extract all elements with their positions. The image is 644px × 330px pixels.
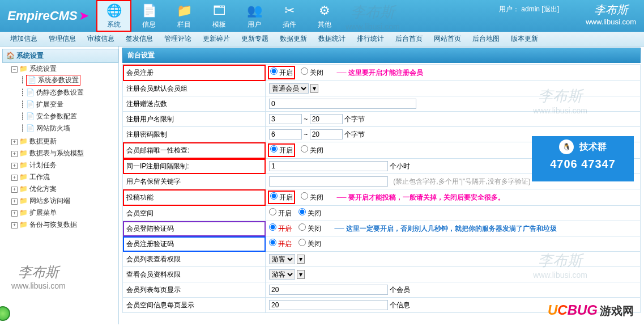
logo-text: EmpireCMS	[7, 9, 77, 23]
text-input[interactable]	[269, 300, 388, 310]
text-input[interactable]	[269, 285, 388, 295]
radio-on[interactable]: 开启	[269, 209, 292, 217]
select[interactable]: 游客	[269, 254, 295, 264]
subnav-数据统计[interactable]: 数据统计	[318, 34, 346, 44]
row-label: 会员注册验证码	[123, 236, 266, 252]
radio-off[interactable]: 关闭	[301, 146, 323, 154]
text-input[interactable]	[269, 99, 416, 109]
subnav-增加信息[interactable]: 增加信息	[10, 34, 37, 44]
subnav-更新碎片[interactable]: 更新碎片	[203, 34, 230, 44]
subnav-版本更新[interactable]: 版本更新	[511, 34, 538, 44]
user-area: 用户： admin [退出]	[499, 5, 559, 14]
dropdown-icon[interactable]: ▾	[297, 255, 305, 264]
tree: −📁系统设置┊ 📄系统参数设置┊ 📄伪静态参数设置┊ 📄扩展变量┊ 📄安全参数配…	[2, 63, 118, 231]
subnav-更新专题[interactable]: 更新专题	[241, 34, 268, 44]
select[interactable]: 游客	[269, 269, 295, 280]
nav-栏目[interactable]: 📁栏目	[167, 0, 202, 32]
row-label: 会员空间信息每页显示	[123, 298, 266, 313]
nav-icon: ✂	[281, 3, 298, 19]
radio-off[interactable]: 关闭	[301, 193, 323, 201]
nav-icon: 📁	[176, 3, 193, 19]
row-control: 开启 关闭	[266, 206, 641, 221]
nav-label: 插件	[283, 20, 296, 29]
nav-icon: 👥	[246, 3, 263, 19]
row-r13: 会员列表查看权限游客 ▾	[123, 252, 641, 267]
nav-icon: 🗔	[211, 3, 228, 19]
qq-group-box[interactable]: 🐧 技术群 4706 47347	[532, 136, 634, 181]
logout-link[interactable]: [退出]	[541, 5, 559, 13]
row-r15: 会员列表每页显示 个会员	[123, 282, 641, 298]
tree-item[interactable]: +📁工作流	[11, 171, 118, 183]
dropdown-icon[interactable]: ▾	[297, 270, 305, 279]
nav-用户[interactable]: 👥用户	[237, 0, 272, 32]
radio-on[interactable]: 开启	[270, 146, 293, 154]
row-r4: 注册用户名限制 ~ 个字节	[123, 112, 641, 127]
tree-item[interactable]: +📁优化方案	[11, 183, 118, 195]
text-input[interactable]	[269, 176, 388, 187]
logo: EmpireCMS ➤	[0, 0, 96, 32]
radio-off[interactable]: 关闭	[298, 209, 321, 217]
user-name-link[interactable]: admin	[521, 5, 540, 13]
annotation: ── 要开启才能投稿，一般请关掉，关闭后要安全很多。	[336, 193, 504, 201]
subnav-排行统计[interactable]: 排行统计	[357, 34, 384, 44]
subnav-管理信息[interactable]: 管理信息	[49, 34, 76, 44]
text-input[interactable]	[269, 161, 388, 171]
row-r12: 会员注册验证码 开启 关闭	[123, 236, 641, 252]
select[interactable]: 普通会员	[269, 83, 309, 94]
row-control: 普通会员 ▾	[266, 81, 641, 96]
radio-on[interactable]: 开启	[270, 193, 293, 201]
row-label: 同一IP注册间隔限制:	[123, 159, 266, 174]
range-from[interactable]	[269, 129, 302, 139]
annotation: ── 这里一定要开启，否则别人几秒钟，就把你的服务器发满了广告和垃圾	[334, 225, 556, 232]
nav-系统[interactable]: 🌐系统	[96, 0, 131, 32]
tree-item[interactable]: ┊ 📄系统参数设置	[20, 74, 118, 87]
range-to[interactable]	[310, 114, 343, 124]
row-control: 开启 关闭 ── 这里一定要开启，否则别人几秒钟，就把你的服务器发满了广告和垃圾	[266, 221, 641, 236]
tree-item[interactable]: +📁备份与恢复数据	[11, 219, 118, 231]
radio-on[interactable]: 开启	[270, 69, 293, 77]
topbar: EmpireCMS ➤ 🌐系统📄信息📁栏目🗔模板👥用户✂插件⚙其他 用户： ad…	[0, 0, 644, 32]
nav-模板[interactable]: 🗔模板	[202, 0, 237, 32]
watermark-topright: 李布斯 www.libusi.com	[586, 2, 636, 26]
unit: 个字节	[344, 115, 365, 123]
dropdown-icon[interactable]: ▾	[310, 84, 318, 93]
ucbug-logo: UCBUG游戏网	[548, 302, 634, 319]
tree-item[interactable]: ┊ 📄伪静态参数设置	[20, 87, 118, 99]
green-circle-button[interactable]	[0, 306, 10, 321]
row-r10: 会员空间 开启 关闭	[123, 206, 641, 221]
range-to[interactable]	[310, 129, 343, 139]
subnav-后台首页[interactable]: 后台首页	[395, 34, 423, 44]
subnav-管理评论[interactable]: 管理评论	[164, 34, 191, 44]
row-control: 游客 ▾	[266, 252, 641, 267]
subnav-数据更新[interactable]: 数据更新	[280, 34, 307, 44]
radio-off[interactable]: 关闭	[301, 69, 323, 77]
sidebar-title: 🏠 系统设置	[2, 49, 118, 63]
sub-nav: 增加信息管理信息审核信息签发信息管理评论更新碎片更新专题数据更新数据统计排行统计…	[0, 32, 644, 46]
nav-信息[interactable]: 📄信息	[131, 0, 167, 32]
nav-其他[interactable]: ⚙其他	[307, 0, 342, 32]
tree-item[interactable]: ┊ 📄扩展变量	[20, 99, 118, 111]
tree-item[interactable]: +📁数据更新	[11, 136, 118, 147]
subnav-网站首页[interactable]: 网站首页	[434, 34, 461, 44]
annotation: (禁止包含字符,多个用"|"号隔开,没有多字验证)	[393, 177, 530, 185]
subnav-签发信息[interactable]: 签发信息	[126, 34, 153, 44]
tree-item[interactable]: ┊ 📄安全参数配置	[20, 111, 118, 122]
radio-on[interactable]: 开启	[269, 240, 292, 248]
watermark-top-center: 李布斯 www.libusi.com	[346, 2, 400, 31]
nav-icon: ⚙	[316, 3, 333, 19]
subnav-后台地图[interactable]: 后台地图	[472, 34, 500, 44]
tree-item[interactable]: +📁扩展菜单	[11, 207, 118, 219]
radio-off[interactable]: 关闭	[298, 240, 321, 248]
nav-插件[interactable]: ✂插件	[272, 0, 307, 32]
subnav-审核信息[interactable]: 审核信息	[87, 34, 114, 44]
range-from[interactable]	[269, 114, 302, 124]
tree-root[interactable]: −📁系统设置┊ 📄系统参数设置┊ 📄伪静态参数设置┊ 📄扩展变量┊ 📄安全参数配…	[11, 63, 118, 136]
radio-on[interactable]: 开启	[269, 225, 292, 232]
row-control: 开启 关闭 ── 要开启才能投稿，一般请关掉，关闭后要安全很多。	[266, 189, 641, 206]
tree-item[interactable]: +📁网站多访问端	[11, 195, 118, 207]
tree-item[interactable]: +📁数据表与系统模型	[11, 147, 118, 159]
row-label: 会员登陆验证码	[123, 221, 266, 236]
tree-item[interactable]: ┊ 📄网站防火墙	[20, 122, 118, 134]
tree-item[interactable]: +📁计划任务	[11, 159, 118, 171]
radio-off[interactable]: 关闭	[298, 225, 321, 232]
